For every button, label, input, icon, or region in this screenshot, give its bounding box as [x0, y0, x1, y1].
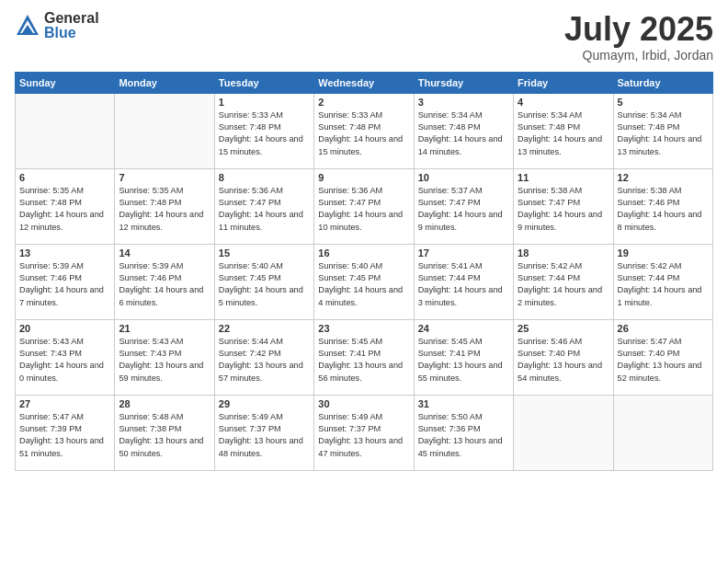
- calendar-cell: 23Sunrise: 5:45 AMSunset: 7:41 PMDayligh…: [314, 319, 414, 395]
- day-number: 2: [318, 97, 409, 108]
- page: General Blue July 2025 Qumaym, Irbid, Jo…: [0, 0, 728, 563]
- day-info: Sunrise: 5:39 AMSunset: 7:46 PMDaylight:…: [119, 260, 210, 309]
- calendar-cell: 4Sunrise: 5:34 AMSunset: 7:48 PMDaylight…: [514, 93, 613, 168]
- day-info: Sunrise: 5:40 AMSunset: 7:45 PMDaylight:…: [318, 260, 409, 309]
- day-info: Sunrise: 5:43 AMSunset: 7:43 PMDaylight:…: [119, 336, 210, 385]
- day-info: Sunrise: 5:44 AMSunset: 7:42 PMDaylight:…: [219, 336, 310, 385]
- day-number: 21: [119, 323, 210, 334]
- calendar-cell: 29Sunrise: 5:49 AMSunset: 7:37 PMDayligh…: [214, 395, 313, 470]
- day-info: Sunrise: 5:42 AMSunset: 7:44 PMDaylight:…: [618, 260, 709, 309]
- week-row-3: 13Sunrise: 5:39 AMSunset: 7:46 PMDayligh…: [16, 244, 713, 319]
- day-number: 11: [518, 172, 609, 183]
- calendar-table: SundayMondayTuesdayWednesdayThursdayFrid…: [15, 72, 713, 471]
- day-number: 14: [119, 247, 210, 259]
- day-info: Sunrise: 5:46 AMSunset: 7:40 PMDaylight:…: [518, 336, 609, 385]
- day-number: 25: [518, 323, 609, 334]
- weekday-header-saturday: Saturday: [613, 72, 712, 93]
- day-info: Sunrise: 5:37 AMSunset: 7:47 PMDaylight:…: [418, 185, 509, 234]
- day-info: Sunrise: 5:33 AMSunset: 7:48 PMDaylight:…: [318, 109, 409, 158]
- week-row-4: 20Sunrise: 5:43 AMSunset: 7:43 PMDayligh…: [16, 319, 713, 395]
- day-info: Sunrise: 5:47 AMSunset: 7:39 PMDaylight:…: [19, 411, 110, 460]
- day-number: 27: [19, 398, 110, 409]
- day-number: 4: [518, 97, 609, 108]
- day-number: 31: [418, 398, 509, 409]
- calendar-cell: [115, 93, 214, 168]
- day-info: Sunrise: 5:42 AMSunset: 7:44 PMDaylight:…: [518, 260, 609, 309]
- day-number: 17: [418, 247, 509, 259]
- calendar-cell: 19Sunrise: 5:42 AMSunset: 7:44 PMDayligh…: [613, 244, 712, 319]
- day-info: Sunrise: 5:35 AMSunset: 7:48 PMDaylight:…: [19, 185, 110, 234]
- calendar-cell: 31Sunrise: 5:50 AMSunset: 7:36 PMDayligh…: [414, 395, 513, 470]
- day-info: Sunrise: 5:36 AMSunset: 7:47 PMDaylight:…: [318, 185, 409, 234]
- day-number: 5: [618, 97, 709, 108]
- day-info: Sunrise: 5:33 AMSunset: 7:48 PMDaylight:…: [219, 109, 310, 158]
- logo-icon: [15, 13, 40, 39]
- day-info: Sunrise: 5:45 AMSunset: 7:41 PMDaylight:…: [418, 336, 509, 385]
- header: General Blue July 2025 Qumaym, Irbid, Jo…: [15, 11, 713, 63]
- day-number: 8: [219, 172, 310, 183]
- day-info: Sunrise: 5:48 AMSunset: 7:38 PMDaylight:…: [119, 411, 210, 460]
- calendar-cell: 27Sunrise: 5:47 AMSunset: 7:39 PMDayligh…: [16, 395, 115, 470]
- week-row-5: 27Sunrise: 5:47 AMSunset: 7:39 PMDayligh…: [16, 395, 713, 470]
- day-number: 20: [19, 323, 110, 334]
- calendar-cell: 17Sunrise: 5:41 AMSunset: 7:44 PMDayligh…: [414, 244, 513, 319]
- title-block: July 2025 Qumaym, Irbid, Jordan: [564, 11, 713, 63]
- day-info: Sunrise: 5:35 AMSunset: 7:48 PMDaylight:…: [119, 185, 210, 234]
- day-number: 1: [219, 97, 310, 108]
- week-row-1: 1Sunrise: 5:33 AMSunset: 7:48 PMDaylight…: [16, 93, 713, 168]
- day-info: Sunrise: 5:39 AMSunset: 7:46 PMDaylight:…: [19, 260, 110, 309]
- day-number: 24: [418, 323, 509, 334]
- calendar-cell: 12Sunrise: 5:38 AMSunset: 7:46 PMDayligh…: [613, 168, 712, 244]
- day-number: 18: [518, 247, 609, 259]
- calendar-cell: 28Sunrise: 5:48 AMSunset: 7:38 PMDayligh…: [115, 395, 214, 470]
- logo-blue: Blue: [44, 26, 99, 40]
- calendar-cell: 9Sunrise: 5:36 AMSunset: 7:47 PMDaylight…: [314, 168, 414, 244]
- weekday-header-wednesday: Wednesday: [314, 72, 414, 93]
- calendar-cell: [514, 395, 613, 470]
- day-number: 19: [618, 247, 709, 259]
- calendar-cell: 14Sunrise: 5:39 AMSunset: 7:46 PMDayligh…: [115, 244, 214, 319]
- calendar-cell: 20Sunrise: 5:43 AMSunset: 7:43 PMDayligh…: [16, 319, 115, 395]
- day-info: Sunrise: 5:41 AMSunset: 7:44 PMDaylight:…: [418, 260, 509, 309]
- day-info: Sunrise: 5:34 AMSunset: 7:48 PMDaylight:…: [518, 109, 609, 158]
- day-number: 6: [19, 172, 110, 183]
- day-number: 28: [119, 398, 210, 409]
- logo-general: General: [44, 11, 99, 26]
- calendar-cell: 26Sunrise: 5:47 AMSunset: 7:40 PMDayligh…: [613, 319, 712, 395]
- day-number: 7: [119, 172, 210, 183]
- day-info: Sunrise: 5:38 AMSunset: 7:47 PMDaylight:…: [518, 185, 609, 234]
- calendar-cell: [613, 395, 712, 470]
- day-number: 10: [418, 172, 509, 183]
- weekday-header-friday: Friday: [514, 72, 613, 93]
- month-title: July 2025: [564, 11, 713, 48]
- day-info: Sunrise: 5:34 AMSunset: 7:48 PMDaylight:…: [418, 109, 509, 158]
- calendar-cell: 11Sunrise: 5:38 AMSunset: 7:47 PMDayligh…: [514, 168, 613, 244]
- calendar-cell: 6Sunrise: 5:35 AMSunset: 7:48 PMDaylight…: [16, 168, 115, 244]
- day-number: 16: [318, 247, 409, 259]
- calendar-cell: 16Sunrise: 5:40 AMSunset: 7:45 PMDayligh…: [314, 244, 414, 319]
- calendar-cell: 10Sunrise: 5:37 AMSunset: 7:47 PMDayligh…: [414, 168, 513, 244]
- day-number: 3: [418, 97, 509, 108]
- calendar-cell: 15Sunrise: 5:40 AMSunset: 7:45 PMDayligh…: [214, 244, 313, 319]
- weekday-header-thursday: Thursday: [414, 72, 513, 93]
- calendar-cell: 2Sunrise: 5:33 AMSunset: 7:48 PMDaylight…: [314, 93, 414, 168]
- day-number: 29: [219, 398, 310, 409]
- calendar-cell: 5Sunrise: 5:34 AMSunset: 7:48 PMDaylight…: [613, 93, 712, 168]
- day-number: 9: [318, 172, 409, 183]
- day-number: 13: [19, 247, 110, 259]
- day-number: 22: [219, 323, 310, 334]
- calendar-cell: 13Sunrise: 5:39 AMSunset: 7:46 PMDayligh…: [16, 244, 115, 319]
- day-number: 12: [618, 172, 709, 183]
- day-info: Sunrise: 5:36 AMSunset: 7:47 PMDaylight:…: [219, 185, 310, 234]
- calendar-cell: 25Sunrise: 5:46 AMSunset: 7:40 PMDayligh…: [514, 319, 613, 395]
- weekday-header-row: SundayMondayTuesdayWednesdayThursdayFrid…: [16, 72, 713, 93]
- week-row-2: 6Sunrise: 5:35 AMSunset: 7:48 PMDaylight…: [16, 168, 713, 244]
- day-info: Sunrise: 5:47 AMSunset: 7:40 PMDaylight:…: [618, 336, 709, 385]
- calendar-cell: 22Sunrise: 5:44 AMSunset: 7:42 PMDayligh…: [214, 319, 313, 395]
- day-info: Sunrise: 5:40 AMSunset: 7:45 PMDaylight:…: [219, 260, 310, 309]
- day-info: Sunrise: 5:38 AMSunset: 7:46 PMDaylight:…: [618, 185, 709, 234]
- calendar-cell: 3Sunrise: 5:34 AMSunset: 7:48 PMDaylight…: [414, 93, 513, 168]
- calendar-cell: 8Sunrise: 5:36 AMSunset: 7:47 PMDaylight…: [214, 168, 313, 244]
- weekday-header-sunday: Sunday: [16, 72, 115, 93]
- calendar-cell: 21Sunrise: 5:43 AMSunset: 7:43 PMDayligh…: [115, 319, 214, 395]
